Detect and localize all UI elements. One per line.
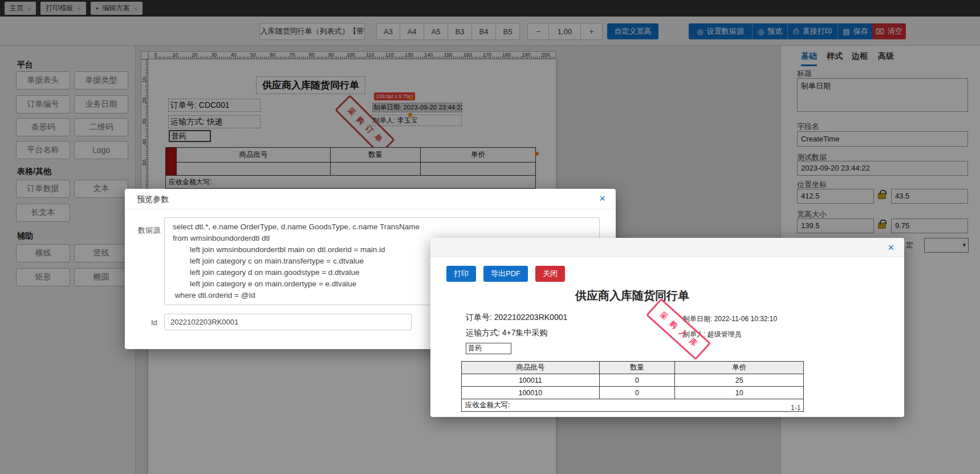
close-icon[interactable]: × — [599, 193, 605, 204]
col-header-price: 单价 — [675, 362, 804, 374]
table-row: 商品批号 数量 单价 — [462, 362, 804, 374]
preview-doc-title: 供应商入库随货同行单 — [461, 288, 803, 303]
table-row: 100010 0 10 — [462, 387, 804, 399]
params-modal-title: 预览参数 — [137, 195, 169, 205]
print-template-designer: 主页 × 打印模板 × ● 编辑方案 × 入库随货同行单（列表式）【带 A3 A… — [0, 0, 980, 474]
table-row: 100011 0 25 — [462, 374, 804, 387]
cell-qty: 0 — [599, 374, 675, 387]
print-preview-modal: × 打印 导出PDF 关闭 供应商入库随货同行单 订单号: 2022102203… — [430, 238, 904, 417]
preview-make-date: 制单日期: 2022-11-06 10:32:10 — [683, 314, 777, 324]
cell-batch: 100010 — [462, 387, 600, 399]
datasource-label: 数据源 — [135, 225, 160, 236]
cell-price: 25 — [675, 374, 804, 387]
print-button[interactable]: 打印 — [446, 266, 476, 282]
cell-price: 10 — [675, 387, 804, 399]
amount-footer: 应收金额大写: — [462, 399, 804, 412]
export-pdf-button[interactable]: 导出PDF — [483, 266, 528, 282]
preview-actions: 打印 导出PDF 关闭 — [446, 266, 565, 282]
cell-batch: 100011 — [462, 374, 600, 387]
col-header-batch: 商品批号 — [462, 362, 600, 374]
close-preview-button[interactable]: 关闭 — [535, 266, 565, 282]
sql-line: select dtl.*, e.name OrderType, d.name G… — [173, 221, 591, 233]
table-row: 应收金额大写: — [462, 399, 804, 412]
close-icon[interactable]: × — [888, 242, 894, 253]
page-number: 1-1 — [791, 404, 800, 412]
params-modal-header: 预览参数 × — [125, 189, 616, 209]
preview-modal-header: × — [430, 238, 904, 257]
id-param-input[interactable]: 2022102203RK0001 — [164, 314, 412, 330]
preview-table: 商品批号 数量 单价 100011 0 25 100010 0 10 应收金额大… — [461, 361, 804, 412]
preview-order-no: 订单号: 2022102203RK0001 — [466, 313, 567, 323]
col-header-qty: 数量 — [599, 362, 675, 374]
cell-qty: 0 — [599, 387, 675, 399]
id-param-label: Id — [151, 318, 157, 327]
preview-transport: 运输方式: 4+7集中采购 — [466, 328, 548, 338]
purchase-inbound-stamp: 采购入库 — [646, 298, 711, 360]
preview-drug-type: 普药 — [466, 343, 511, 354]
